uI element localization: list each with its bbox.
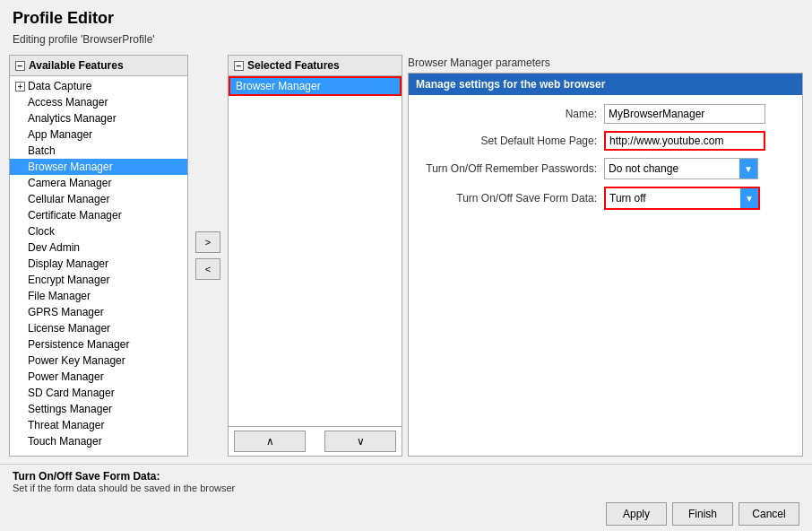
- subtitle: Editing profile 'BrowserProfile': [0, 31, 812, 51]
- remove-from-selected-button[interactable]: <: [195, 258, 220, 280]
- save-form-select[interactable]: Do not change Turn on Turn off: [606, 188, 740, 208]
- home-page-label: Set Default Home Page:: [418, 135, 597, 147]
- save-form-row: Turn On/Off Save Form Data: Do not chang…: [418, 187, 793, 210]
- tree-item-settings-manager[interactable]: Settings Manager: [10, 401, 187, 417]
- collapse-selected-icon[interactable]: −: [234, 61, 244, 71]
- cancel-button[interactable]: Cancel: [739, 502, 799, 526]
- selected-features-label: Selected Features: [247, 59, 340, 72]
- params-content: Name: Set Default Home Page: Turn On/Off…: [409, 95, 802, 219]
- transfer-buttons: > <: [194, 55, 222, 457]
- tree-item-data-capture[interactable]: + Data Capture: [10, 78, 187, 94]
- remember-pw-select[interactable]: Do not change Turn on Turn off: [605, 159, 739, 178]
- selected-item-browser-manager[interactable]: Browser Manager: [229, 76, 402, 96]
- params-panel-label: Browser Manager parameters: [408, 55, 803, 73]
- tree-item-dev-admin[interactable]: Dev Admin: [10, 239, 187, 256]
- tree-item-certificate-manager[interactable]: Certificate Manager: [10, 207, 187, 223]
- tree-item-sd-card-manager[interactable]: SD Card Manager: [10, 385, 187, 401]
- tree-item-batch[interactable]: Batch: [10, 143, 187, 159]
- params-header: Manage settings for the web browser: [409, 74, 802, 95]
- selected-features-list: Browser Manager: [229, 76, 402, 426]
- name-label: Name:: [418, 108, 597, 120]
- available-features-label: Available Features: [29, 59, 124, 72]
- selected-features-header: − Selected Features: [229, 56, 402, 76]
- tree-item-app-manager[interactable]: App Manager: [10, 126, 187, 143]
- tree-item-access-manager[interactable]: Access Manager: [10, 94, 187, 110]
- window-title: Profile Editor: [13, 9, 799, 28]
- tree-item-power-manager[interactable]: Power Manager: [10, 369, 187, 385]
- help-section: Turn On/Off Save Form Data: Set if the f…: [0, 464, 812, 497]
- updown-row: ∧ ∨: [229, 426, 402, 456]
- tree-item-analytics-manager[interactable]: Analytics Manager: [10, 110, 187, 126]
- params-panel: Browser Manager parameters Manage settin…: [408, 55, 803, 457]
- expand-data-capture-icon[interactable]: +: [15, 82, 25, 91]
- available-features-tree: + Data Capture Access Manager Analytics …: [10, 76, 187, 456]
- tree-item-persistence-manager[interactable]: Persistence Manager: [10, 336, 187, 353]
- move-up-button[interactable]: ∧: [234, 431, 306, 452]
- tree-item-cellular-manager[interactable]: Cellular Manager: [10, 191, 187, 207]
- home-page-input[interactable]: [604, 131, 765, 151]
- save-form-select-wrap: Do not change Turn on Turn off ▼: [604, 187, 760, 210]
- tree-item-threat-manager[interactable]: Threat Manager: [10, 417, 187, 433]
- tree-item-gprs-manager[interactable]: GPRS Manager: [10, 304, 187, 320]
- tree-item-file-manager[interactable]: File Manager: [10, 288, 187, 304]
- tree-item-encrypt-manager[interactable]: Encrypt Manager: [10, 272, 187, 288]
- help-title: Turn On/Off Save Form Data:: [13, 470, 799, 483]
- title-bar: Profile Editor: [0, 0, 812, 31]
- save-form-dropdown-arrow: ▼: [740, 188, 758, 208]
- tree-item-license-manager[interactable]: License Manager: [10, 320, 187, 336]
- remember-pw-select-wrap: Do not change Turn on Turn off ▼: [604, 158, 758, 179]
- finish-button[interactable]: Finish: [672, 502, 733, 526]
- available-features-header: − Available Features: [10, 56, 187, 76]
- params-box: Manage settings for the web browser Name…: [408, 73, 803, 457]
- tree-item-touch-manager[interactable]: Touch Manager: [10, 433, 187, 449]
- name-row: Name:: [418, 104, 793, 124]
- selected-features-panel: − Selected Features Browser Manager ∧ ∨: [228, 55, 402, 457]
- home-page-row: Set Default Home Page:: [418, 131, 793, 151]
- available-features-panel: − Available Features + Data Capture Acce…: [9, 55, 188, 457]
- name-input[interactable]: [604, 104, 765, 124]
- add-to-selected-button[interactable]: >: [195, 231, 220, 253]
- tree-item-display-manager[interactable]: Display Manager: [10, 256, 187, 272]
- tree-item-browser-manager[interactable]: Browser Manager: [10, 159, 187, 175]
- remember-pw-dropdown-arrow: ▼: [739, 159, 757, 178]
- tree-item-power-key-manager[interactable]: Power Key Manager: [10, 353, 187, 369]
- move-down-button[interactable]: ∨: [324, 431, 396, 452]
- tree-item-camera-manager[interactable]: Camera Manager: [10, 175, 187, 191]
- remember-pw-label: Turn On/Off Remember Passwords:: [418, 162, 597, 175]
- tree-item-clock[interactable]: Clock: [10, 223, 187, 239]
- remember-pw-row: Turn On/Off Remember Passwords: Do not c…: [418, 158, 793, 179]
- collapse-available-icon[interactable]: −: [15, 61, 25, 71]
- help-text: Set if the form data should be saved in …: [13, 483, 799, 493]
- save-form-label: Turn On/Off Save Form Data:: [418, 192, 597, 205]
- footer: Apply Finish Cancel: [0, 497, 812, 531]
- main-row: − Available Features + Data Capture Acce…: [0, 51, 812, 460]
- profile-editor-window: Profile Editor Editing profile 'BrowserP…: [0, 0, 812, 531]
- apply-button[interactable]: Apply: [606, 502, 667, 526]
